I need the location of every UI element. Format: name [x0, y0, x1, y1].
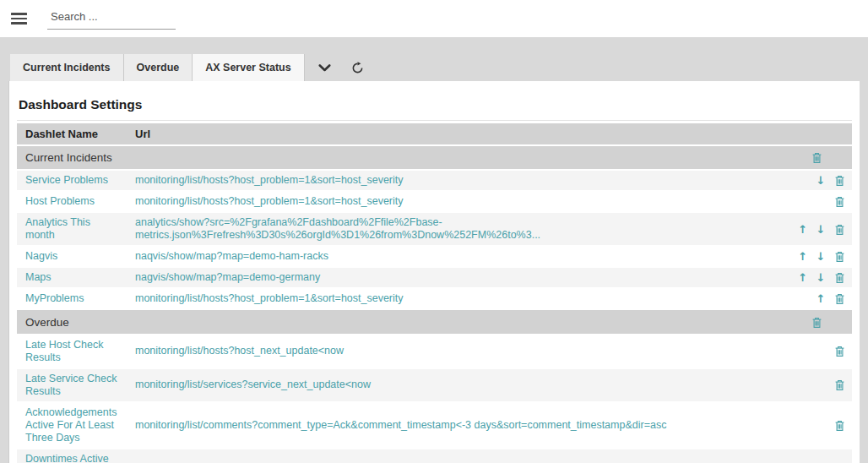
delete-icon[interactable] — [811, 152, 822, 164]
section-label: Overdue — [17, 309, 784, 334]
section-label: Current Incidents — [17, 145, 784, 170]
move-down-icon[interactable]: ↓ — [816, 224, 826, 236]
column-header-dashlet-name: Dashlet Name — [17, 123, 127, 145]
row-actions — [784, 335, 852, 368]
dashlet-url-link[interactable]: monitoring/list/services?service_next_up… — [135, 379, 371, 390]
actions-column-header — [784, 123, 852, 145]
row-actions: ↑ ↓ — [784, 212, 852, 246]
dashlet-row: Analytics This monthanalytics/show?src=%… — [17, 212, 852, 246]
page-title: Dashboard Settings — [17, 91, 852, 121]
delete-icon[interactable] — [834, 379, 845, 391]
dashlet-name-link[interactable]: Late Service Check Results — [25, 373, 117, 397]
dashlet-name-link[interactable]: Maps — [25, 271, 52, 283]
row-actions — [784, 145, 852, 170]
dashlet-url-link[interactable]: analytics/show?src=%2Fgrafana%2Fdashboar… — [135, 216, 540, 241]
menu-icon[interactable] — [11, 13, 27, 25]
tab-bar: Current IncidentsOverdueAX Server Status — [10, 54, 868, 81]
tab-current-incidents[interactable]: Current Incidents — [10, 54, 124, 81]
refresh-icon[interactable] — [351, 62, 364, 74]
dashlet-name-link[interactable]: Downtimes Active For More Than Three Day… — [25, 453, 109, 463]
dashlet-row: Downtimes Active For More Than Three Day… — [17, 449, 852, 463]
dashlet-url-link[interactable]: monitoring/list/hosts?host_problem=1&sor… — [135, 292, 404, 304]
delete-icon[interactable] — [834, 196, 845, 208]
dashlet-name-link[interactable]: Analytics This month — [25, 216, 90, 241]
dashlet-url-link[interactable]: monitoring/list/hosts?host_problem=1&sor… — [135, 195, 404, 207]
dashlet-url-link[interactable]: monitoring/list/hosts?host_next_update<n… — [135, 345, 344, 357]
dashlet-row: Acknowledgements Active For At Least Thr… — [17, 402, 852, 449]
row-actions — [784, 449, 852, 463]
dashboard-tabs: Current IncidentsOverdueAX Server Status — [10, 54, 305, 81]
section-row: Overdue — [17, 309, 852, 334]
dashlet-url-link[interactable]: nagvis/show/map?map=demo-germany — [135, 271, 320, 283]
row-actions — [784, 309, 852, 334]
move-up-icon[interactable]: ↑ — [816, 293, 826, 305]
dashlet-url-link[interactable]: monitoring/list/hosts?host_problem=1&sor… — [135, 174, 404, 186]
table-header-row: Dashlet Name Url — [17, 123, 852, 145]
row-actions: ↑ ↓ — [784, 246, 852, 267]
dashlet-url-link[interactable]: monitoring/list/comments?comment_type=Ac… — [135, 419, 666, 431]
content-panel: Dashboard Settings Dashlet Name Url Curr… — [8, 81, 860, 463]
tab-ax-server-status[interactable]: AX Server Status — [193, 54, 304, 81]
dashlet-table: Dashlet Name Url Current Incidents Servi… — [17, 123, 852, 463]
dashlet-row: Service Problemsmonitoring/list/hosts?ho… — [17, 170, 852, 191]
move-down-icon[interactable]: ↓ — [816, 175, 826, 187]
search-input[interactable] — [47, 8, 176, 30]
delete-icon[interactable] — [834, 293, 845, 305]
row-actions — [784, 368, 852, 402]
delete-icon[interactable] — [834, 272, 845, 284]
delete-icon[interactable] — [834, 346, 845, 357]
dashlet-row: Late Service Check Resultsmonitoring/lis… — [17, 368, 852, 402]
move-down-icon[interactable]: ↓ — [816, 251, 826, 263]
delete-icon[interactable] — [834, 175, 845, 187]
column-header-url: Url — [127, 123, 784, 145]
dashlet-row: Nagvisnaqvis/show/map?map=demo-ham-racks… — [17, 246, 852, 267]
dashlet-name-link[interactable]: MyProblems — [25, 292, 84, 304]
dashlet-name-link[interactable]: Host Problems — [25, 195, 95, 207]
row-actions — [784, 402, 852, 449]
dashlet-row: Mapsnagvis/show/map?map=demo-germany ↑ ↓ — [17, 267, 852, 288]
row-actions: ↑ — [784, 288, 852, 309]
dashlet-name-link[interactable]: Acknowledgements Active For At Least Thr… — [25, 406, 117, 444]
dashlet-row: MyProblemsmonitoring/list/hosts?host_pro… — [17, 288, 852, 309]
chevron-down-icon[interactable] — [318, 64, 331, 72]
section-row: Current Incidents — [17, 145, 852, 170]
tab-overdue[interactable]: Overdue — [124, 54, 193, 81]
delete-icon[interactable] — [811, 317, 822, 329]
dashlet-row: Host Problemsmonitoring/list/hosts?host_… — [17, 191, 852, 212]
dashlet-name-link[interactable]: Service Problems — [25, 174, 108, 186]
dashlet-name-link[interactable]: Late Host Check Results — [25, 339, 103, 363]
delete-icon[interactable] — [834, 224, 845, 236]
move-down-icon[interactable]: ↓ — [816, 272, 826, 284]
dashlet-row: Late Host Check Resultsmonitoring/list/h… — [17, 335, 852, 368]
delete-icon[interactable] — [834, 420, 845, 432]
top-bar — [0, 0, 868, 37]
row-actions: ↑ ↓ — [784, 267, 852, 288]
move-up-icon[interactable]: ↑ — [798, 224, 807, 236]
dashlet-url-link[interactable]: naqvis/show/map?map=demo-ham-racks — [135, 250, 328, 262]
dashlet-name-link[interactable]: Nagvis — [25, 250, 57, 262]
move-up-icon[interactable]: ↑ — [798, 251, 807, 263]
row-actions: ↓ — [784, 170, 852, 191]
delete-icon[interactable] — [834, 251, 845, 263]
move-up-icon[interactable]: ↑ — [798, 272, 807, 284]
row-actions — [784, 191, 852, 212]
